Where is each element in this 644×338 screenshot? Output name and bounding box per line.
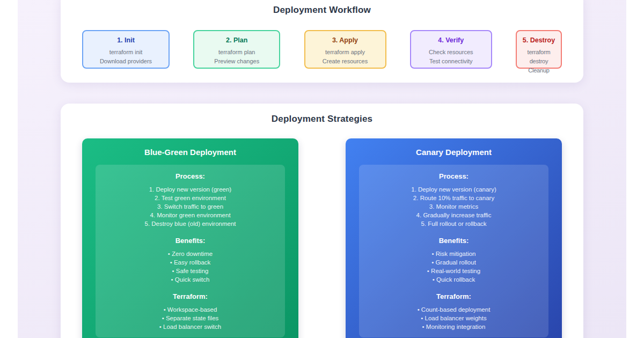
step-description: Cleanup — [517, 66, 560, 75]
deployment-workflow-card: Deployment Workflow 1. Init terraform in… — [61, 0, 583, 83]
step-command: terraform apply — [305, 48, 385, 57]
step-command: terraform destroy — [517, 48, 560, 66]
benefit-item: • Quick switch — [100, 275, 281, 284]
process-step: 1. Deploy new version (green) — [100, 185, 281, 194]
process-step: 2. Test green environment — [100, 194, 281, 202]
process-step: 3. Monitor metrics — [363, 202, 544, 211]
benefit-item: • Real-world testing — [363, 267, 544, 275]
workflow-step-apply: 3. Apply terraform apply Create resource… — [304, 30, 386, 69]
page: Deployment Workflow 1. Init terraform in… — [0, 0, 644, 338]
process-step: 5. Full rollout or rollback — [363, 219, 544, 228]
blue-green-deployment-card: Blue-Green Deployment Process: 1. Deploy… — [82, 138, 298, 338]
strategies-title: Deployment Strategies — [61, 114, 583, 124]
strategy-card-title: Canary Deployment — [346, 148, 562, 157]
step-label: 1. Init — [83, 36, 169, 44]
process-step: 5. Destroy blue (old) environment — [100, 219, 281, 228]
terraform-item: • Load balancer weights — [363, 314, 544, 322]
terraform-item: • Workspace-based — [100, 305, 281, 314]
workflow-title: Deployment Workflow — [61, 5, 583, 16]
workflow-step-destroy: 5. Destroy terraform destroy Cleanup — [516, 30, 562, 69]
benefit-item: • Safe testing — [100, 267, 281, 275]
strategies-grid: Blue-Green Deployment Process: 1. Deploy… — [82, 138, 562, 338]
section-heading-benefits: Benefits: — [363, 237, 544, 245]
section-heading-benefits: Benefits: — [100, 237, 281, 245]
section-heading-process: Process: — [100, 172, 281, 180]
step-label: 4. Verify — [411, 36, 491, 44]
terraform-item: • Monitoring integration — [363, 322, 544, 331]
benefit-item: • Gradual rollout — [363, 258, 544, 267]
terraform-item: • Separate state files — [100, 314, 281, 322]
step-command: terraform plan — [194, 48, 279, 57]
process-step: 4. Monitor green environment — [100, 211, 281, 219]
workflow-step-plan: 2. Plan terraform plan Preview changes — [193, 30, 280, 69]
benefit-item: • Quick rollback — [363, 275, 544, 284]
section-heading-terraform: Terraform: — [100, 292, 281, 300]
section-heading-process: Process: — [363, 172, 544, 180]
workflow-steps-row: 1. Init terraform init Download provider… — [82, 30, 562, 69]
step-description: Download providers — [83, 57, 169, 66]
benefit-item: • Zero downtime — [100, 249, 281, 258]
workflow-step-verify: 4. Verify Check resources Test connectiv… — [410, 30, 492, 69]
strategy-card-title: Blue-Green Deployment — [82, 148, 298, 157]
process-step: 2. Route 10% traffic to canary — [363, 194, 544, 202]
process-step: 4. Gradually increase traffic — [363, 211, 544, 219]
process-step: 1. Deploy new version (canary) — [363, 185, 544, 194]
step-description: Create resources — [305, 57, 385, 66]
deployment-strategies-card: Deployment Strategies Blue-Green Deploym… — [61, 104, 583, 338]
step-label: 2. Plan — [194, 36, 279, 44]
strategy-detail-panel: Process: 1. Deploy new version (canary) … — [359, 165, 548, 337]
terraform-item: • Count-based deployment — [363, 305, 544, 314]
step-label: 3. Apply — [305, 36, 385, 44]
step-command: Check resources — [411, 48, 491, 57]
step-command: terraform init — [83, 48, 169, 57]
strategy-detail-panel: Process: 1. Deploy new version (green) 2… — [96, 165, 285, 337]
section-heading-terraform: Terraform: — [363, 292, 544, 300]
benefit-item: • Easy rollback — [100, 258, 281, 267]
workflow-step-init: 1. Init terraform init Download provider… — [82, 30, 170, 69]
step-description: Preview changes — [194, 57, 279, 66]
step-label: 5. Destroy — [517, 36, 560, 44]
canary-deployment-card: Canary Deployment Process: 1. Deploy new… — [346, 138, 562, 338]
terraform-item: • Load balancer switch — [100, 322, 281, 331]
step-description: Test connectivity — [411, 57, 491, 66]
benefit-item: • Risk mitigation — [363, 249, 544, 258]
page-background: Deployment Workflow 1. Init terraform in… — [18, 0, 626, 338]
process-step: 3. Switch traffic to green — [100, 202, 281, 211]
